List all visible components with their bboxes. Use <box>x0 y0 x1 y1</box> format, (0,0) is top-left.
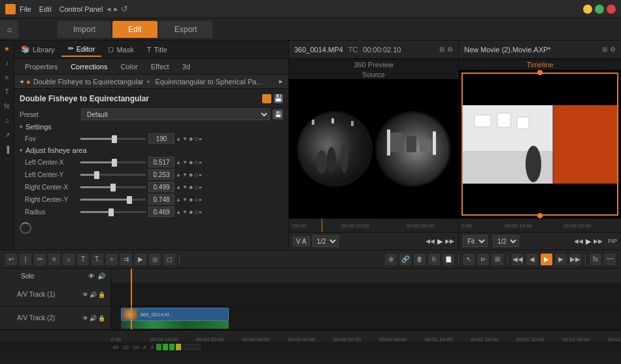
timeline-expand-icon[interactable]: ⊞ <box>602 46 607 53</box>
av2-eye-icon[interactable]: 👁 <box>82 315 88 322</box>
tl-btn-text[interactable]: T <box>77 254 89 265</box>
rcx-up-icon[interactable]: ▲ <box>176 184 181 190</box>
tab-edit[interactable]: Edit <box>112 21 158 38</box>
lcy-diamond-icon[interactable]: ◆ <box>189 172 193 178</box>
tab-export[interactable]: Export <box>159 21 213 38</box>
sidebar-icon-meter[interactable]: ▐ <box>2 144 12 154</box>
rcy-up-icon[interactable]: ▲ <box>176 197 181 203</box>
fov-value[interactable]: 190 <box>148 133 175 144</box>
sub-tab-corrections[interactable]: Corrections <box>65 61 112 72</box>
forward-icon[interactable]: ▸ <box>114 4 118 14</box>
tl-btn-transition[interactable]: ◎ <box>149 254 161 265</box>
tl-rewind-icon[interactable]: ◀◀ <box>574 238 583 244</box>
handle-bottom[interactable] <box>537 213 543 218</box>
tl-btn-fx1[interactable]: fx <box>590 254 601 265</box>
av2-speaker-icon[interactable]: 🔊 <box>90 315 97 322</box>
timeline-settings-icon[interactable]: ⚙ <box>610 46 616 53</box>
source-step-back-icon[interactable]: ◀◀ <box>426 238 435 244</box>
preset-select[interactable]: Default <box>81 108 270 120</box>
sidebar-icon-music2[interactable]: ♫ <box>2 115 12 125</box>
effect-btn-orange[interactable] <box>262 94 271 103</box>
close-button[interactable] <box>607 5 616 14</box>
menu-file[interactable]: File <box>20 5 31 13</box>
source-settings-icon[interactable]: ⚙ <box>447 46 453 53</box>
rcy-arrow-icon[interactable]: ▸ <box>199 197 202 203</box>
fov-diamond-icon[interactable]: ◆ <box>189 136 193 142</box>
sidebar-icon-star[interactable]: ★ <box>2 43 12 54</box>
lcy-value[interactable]: 0.253 <box>148 169 175 180</box>
lcy-link-icon[interactable]: ◇ <box>194 172 198 178</box>
lcx-diamond-icon[interactable]: ◆ <box>189 159 193 165</box>
rcx-slider[interactable] <box>80 186 146 188</box>
tab-mask[interactable]: ◻ Mask <box>101 42 140 56</box>
rcx-diamond-icon[interactable]: ◆ <box>189 184 193 190</box>
radius-up-icon[interactable]: ▲ <box>176 209 181 215</box>
lcx-down-icon[interactable]: ▼ <box>182 159 188 165</box>
tl-btn-mask2[interactable]: ◻ <box>163 254 175 265</box>
tl-btn-link[interactable]: 🔗 <box>399 254 411 265</box>
home-button[interactable]: ⌂ <box>0 20 18 39</box>
tl-btn-play-tl[interactable]: ▶ <box>541 254 552 265</box>
tl-btn-speed[interactable]: ⇉ <box>120 254 132 265</box>
tl-btn-undo[interactable]: ↩ <box>5 254 17 265</box>
solo-speaker-icon[interactable]: 🔊 <box>97 273 105 280</box>
sub-tab-color[interactable]: Color <box>115 61 143 72</box>
lcx-link-icon[interactable]: ◇ <box>194 159 198 165</box>
fov-down-icon[interactable]: ▼ <box>182 136 188 142</box>
preset-save-button[interactable]: 💾 <box>273 109 283 120</box>
lcy-arrow-icon[interactable]: ▸ <box>199 172 202 178</box>
effect-btn-save[interactable]: 💾 <box>274 94 283 103</box>
tl-forward-icon[interactable]: ▶▶ <box>594 238 603 244</box>
lcy-up-icon[interactable]: ▲ <box>176 172 181 178</box>
lcy-down-icon[interactable]: ▼ <box>182 172 188 178</box>
tl-btn-cursor[interactable]: ⊳ <box>477 254 489 265</box>
av1-lock-icon[interactable]: 🔒 <box>98 291 105 298</box>
rcx-arrow-icon[interactable]: ▸ <box>199 184 202 190</box>
minimize-button[interactable] <box>583 5 592 14</box>
lcy-slider[interactable] <box>80 174 146 176</box>
tl-fraction-select[interactable]: 1/2 <box>493 235 519 247</box>
sidebar-icon-music[interactable]: ♪ <box>2 58 12 68</box>
timeline-clip-av2[interactable]: 360_0014.M... <box>121 308 229 321</box>
back-icon[interactable]: ◂ <box>107 4 111 14</box>
settings-section-header[interactable]: ▾ Settings <box>20 123 283 131</box>
pip-button[interactable]: PiP <box>608 238 617 244</box>
adjust-section-header[interactable]: ▾ Adjust fisheye area <box>20 146 283 154</box>
tl-btn-wave[interactable]: ≈ <box>106 254 118 265</box>
sidebar-icon-text[interactable]: T <box>2 86 12 97</box>
tab-title[interactable]: T Title <box>141 43 174 56</box>
timeline-video-frame[interactable] <box>459 70 621 218</box>
radius-value[interactable]: 0.469 <box>148 207 175 217</box>
source-expand-icon[interactable]: ⊞ <box>439 46 445 53</box>
fov-slider[interactable] <box>80 138 146 140</box>
lcx-slider[interactable] <box>80 161 146 163</box>
av1-speaker-icon[interactable]: 🔊 <box>90 291 97 298</box>
rcy-slider[interactable] <box>80 199 146 201</box>
solo-eye-icon[interactable]: 👁 <box>88 273 95 280</box>
tl-btn-delete[interactable]: 🗑 <box>414 254 426 265</box>
radius-link-icon[interactable]: ◇ <box>194 209 198 215</box>
rcy-diamond-icon[interactable]: ◆ <box>189 197 193 203</box>
tl-btn-fx2[interactable]: ~~ <box>604 254 616 265</box>
breadcrumb-nav-forward[interactable]: ▸ <box>279 77 283 86</box>
source-video-frame[interactable] <box>289 79 458 218</box>
radius-diamond-icon[interactable]: ◆ <box>189 209 193 215</box>
breadcrumb-item-1[interactable]: Double Fisheye to Equirectangular <box>33 78 144 86</box>
fov-up-icon[interactable]: ▲ <box>176 136 181 142</box>
tl-btn-video[interactable]: ▶ <box>135 254 146 265</box>
lcx-value[interactable]: 0.517 <box>148 157 175 167</box>
tl-btn-rew[interactable]: ◀◀ <box>512 254 524 265</box>
sidebar-icon-fx[interactable]: fx <box>2 101 12 111</box>
maximize-button[interactable] <box>595 5 604 14</box>
source-play-button[interactable]: ▶ <box>437 237 443 246</box>
tl-btn-fwd[interactable]: ▶▶ <box>569 254 581 265</box>
tl-btn-audio[interactable]: ♪ <box>63 254 75 265</box>
fov-link-icon[interactable]: ◇ <box>194 136 198 142</box>
rcy-down-icon[interactable]: ▼ <box>182 197 188 203</box>
source-step-forward-icon[interactable]: ▶▶ <box>445 238 454 244</box>
tl-btn-copy[interactable]: ⎘ <box>428 254 440 265</box>
radius-down-icon[interactable]: ▼ <box>182 209 188 215</box>
rcx-value[interactable]: 0.499 <box>148 182 175 192</box>
tab-library[interactable]: 📚 Library <box>14 42 61 56</box>
tl-btn-snap[interactable]: ⊕ <box>385 254 397 265</box>
